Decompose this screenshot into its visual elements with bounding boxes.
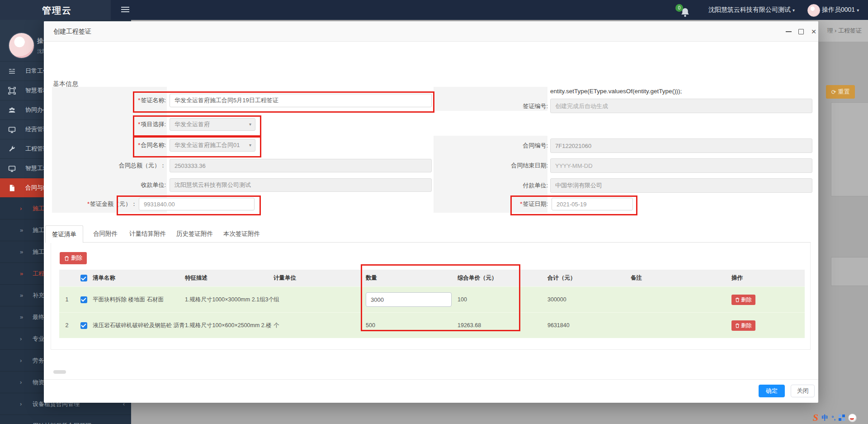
- minimize-button[interactable]: [783, 21, 794, 42]
- confirm-button[interactable]: 确定: [759, 385, 785, 397]
- row-delete-button[interactable]: 删除: [731, 320, 755, 331]
- sidebar-subitem-label: 工程: [33, 270, 44, 278]
- field-label-payer: 付款单位:: [439, 178, 548, 193]
- field-label-payee: 收款单位:: [57, 178, 166, 192]
- reset-button[interactable]: ⟳ 重置: [826, 85, 855, 99]
- trash-icon: [735, 323, 740, 328]
- field-label-contract-end-date: 合同结束日期:: [439, 158, 548, 173]
- delete-label: 删除: [71, 254, 82, 262]
- refresh-icon: ⟳: [831, 89, 836, 95]
- ime-emoji-icon[interactable]: [848, 414, 857, 422]
- visa-name-input[interactable]: [170, 94, 432, 107]
- select-all-checkbox[interactable]: [80, 275, 87, 281]
- ime-language-icon[interactable]: 中: [821, 414, 828, 422]
- row-delete-label: 删除: [741, 322, 752, 329]
- minimize-icon: [786, 31, 792, 32]
- chevrons-right-icon: »: [20, 248, 33, 255]
- sidebar-subitem-label: 补充: [33, 291, 44, 300]
- payer-input: [550, 178, 812, 193]
- sidebar-subitem-turnover-material[interactable]: ›周转材料租赁合同管理: [0, 415, 131, 424]
- ime-punctuation-icon[interactable]: °,: [831, 414, 835, 421]
- payee-input: [170, 178, 432, 192]
- notification-badge: 0: [675, 4, 683, 12]
- sidebar-subitem-label: 施工: [33, 248, 44, 256]
- sidebar-subitem-label: 专业: [33, 335, 44, 343]
- chevron-right-icon: ›: [20, 357, 33, 364]
- tab-visa-checklist[interactable]: 签证清单: [45, 225, 83, 243]
- tab-contract-attachments[interactable]: 合同附件: [87, 225, 124, 243]
- col-header-name: 清单名称: [93, 274, 185, 282]
- row-number: 2: [59, 322, 75, 329]
- tab-history-attachments[interactable]: 历史签证附件: [170, 225, 219, 243]
- row-checkbox[interactable]: [80, 296, 87, 303]
- tab-current-attachments[interactable]: 本次签证附件: [217, 225, 266, 243]
- cell-name: 液压岩石破碎机破碎砼及钢筋砼 沥青: [93, 322, 185, 329]
- horizontal-scrollbar-thumb[interactable]: [53, 370, 66, 374]
- tab-measurement-attachments[interactable]: 计量结算附件: [123, 225, 172, 243]
- create-visa-dialog: 创建工程签证 × 基本信息 *签证名称: *项目选择: 华发全运首府▾ *合同名…: [44, 21, 818, 403]
- table-row: 2 液压岩石破碎机破碎砼及钢筋砼 沥青 1.规格尺寸100×600×2500mm…: [59, 312, 805, 338]
- user-menu[interactable]: 操作员0001▾: [822, 6, 859, 14]
- project-select[interactable]: 华发全运首府▾: [170, 118, 255, 131]
- close-icon: ×: [811, 27, 816, 36]
- required-mark: *: [138, 142, 140, 148]
- required-mark: *: [138, 97, 140, 104]
- col-header-total: 合计（元）: [547, 274, 631, 282]
- contract-name-value: 华发全运首府施工合同01: [175, 142, 240, 148]
- chevron-right-icon: ›: [20, 205, 33, 212]
- dialog-close-button[interactable]: 关闭: [791, 385, 815, 397]
- sidebar-subitem-label: 周转材料租赁合同管理: [33, 422, 91, 424]
- cell-qty: 500: [366, 322, 458, 329]
- top-header: 管理云 0 沈阳慧筑云科技有限公司测试▾ 操作员0001▾: [0, 0, 868, 20]
- cell-price: 19263.68: [458, 322, 547, 329]
- sidebar-avatar[interactable]: [8, 32, 35, 59]
- close-button[interactable]: ×: [808, 21, 820, 42]
- sidebar-subitem-label: 施工: [33, 205, 44, 213]
- sidebar-subitem-label: 最终: [33, 313, 44, 321]
- chevron-down-icon: ▾: [249, 119, 251, 130]
- col-header-unit: 计量单位: [274, 274, 366, 282]
- visa-number-input: [550, 99, 812, 113]
- cell-feature: 1.规格尺寸1000×3000mm 2.1组3个: [185, 296, 274, 304]
- breadcrumb: 理 › 工程签证: [827, 27, 862, 35]
- row-checkbox[interactable]: [80, 322, 87, 329]
- field-label-project-select: *项目选择:: [57, 118, 166, 131]
- trash-icon: [735, 297, 740, 302]
- maximize-button[interactable]: [795, 21, 807, 42]
- app-logo: 管理云: [42, 5, 72, 17]
- cell-price: 100: [458, 296, 547, 303]
- hamburger-menu-icon[interactable]: [121, 7, 129, 13]
- company-name: 沈阳慧筑云科技有限公司测试: [708, 6, 791, 13]
- debug-code-text: entity.setType(EType.valuesOf(entity.get…: [550, 88, 682, 95]
- cell-total: 300000: [547, 296, 631, 303]
- dashboard-icon: [8, 87, 16, 95]
- visa-date-input[interactable]: [552, 198, 633, 210]
- trash-icon: [64, 256, 69, 261]
- col-header-qty: 数量: [366, 274, 458, 282]
- quantity-input[interactable]: [366, 292, 452, 307]
- sidebar-subitem-label: 物资: [33, 378, 44, 386]
- company-switcher[interactable]: 沈阳慧筑云科技有限公司测试▾: [708, 6, 795, 14]
- reset-label: 重置: [838, 88, 849, 96]
- sogou-icon[interactable]: S: [813, 413, 818, 423]
- field-label-visa-name: *签证名称:: [57, 94, 166, 107]
- col-header-price: 综合单价（元）: [458, 274, 547, 282]
- monitor-icon: [8, 126, 16, 133]
- visa-amount-input[interactable]: [139, 198, 255, 210]
- contract-name-select[interactable]: 华发全运首府施工合同01▾: [170, 139, 255, 152]
- project-select-value: 华发全运首府: [175, 121, 210, 128]
- delete-selected-button[interactable]: 删除: [60, 252, 87, 264]
- chevron-down-icon: ▾: [857, 8, 859, 13]
- row-delete-label: 删除: [741, 296, 752, 304]
- user-name: 操作员0001: [822, 6, 855, 13]
- checklist-table: 清单名称 特征描述 计量单位 数量 综合单价（元） 合计（元） 备注 操作 1 …: [59, 270, 805, 338]
- row-delete-button[interactable]: 删除: [731, 295, 755, 305]
- cell-name: 平面块料拆除 楼地面 石材面: [93, 296, 185, 304]
- field-label-contract-number: 合同编号:: [439, 138, 548, 153]
- ime-toolbox-icon[interactable]: [839, 414, 845, 421]
- cell-unit: 个: [274, 322, 366, 329]
- user-avatar[interactable]: [807, 4, 820, 17]
- chevrons-right-icon: »: [20, 227, 33, 233]
- field-label-visa-amount: *签证金额（元）：: [53, 198, 137, 210]
- background-panel: [831, 257, 868, 286]
